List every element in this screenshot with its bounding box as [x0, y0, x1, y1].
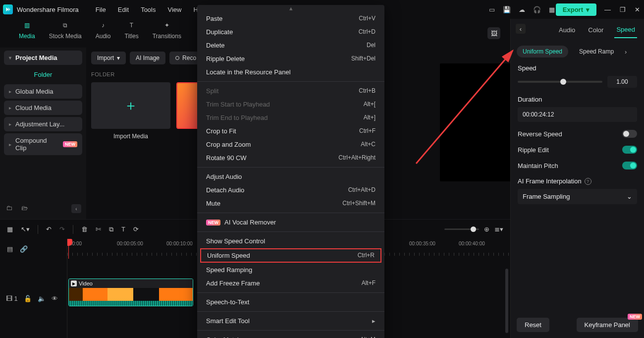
ctx-mute[interactable]: MuteCtrl+Shift+M	[197, 197, 384, 210]
subtab-uniform-speed[interactable]: Uniform Speed	[517, 46, 568, 57]
ctx-crop-and-zoom[interactable]: Crop and ZoomAlt+C	[197, 138, 384, 151]
ctx-ripple-delete[interactable]: Ripple DeleteShift+Del	[197, 52, 384, 65]
sidebar-collapse-button[interactable]: ‹	[71, 204, 81, 213]
ctx-smart-edit-tool[interactable]: Smart Edit Tool▸	[197, 314, 384, 328]
ctx-locate-in-the-resource-panel[interactable]: Locate in the Resource Panel	[197, 65, 384, 79]
sidebar-item-compound-clip[interactable]: ▸ Compound Clip NEW	[4, 133, 82, 155]
apps-icon[interactable]: ▦	[549, 6, 555, 13]
ctx-speed-ramping[interactable]: Speed Ramping	[197, 263, 384, 277]
inspector-tab-audio[interactable]: Audio	[557, 22, 577, 38]
menu-file[interactable]: File	[91, 4, 111, 15]
ai-image-button[interactable]: AI Image	[130, 52, 165, 64]
crop-icon[interactable]: ⧉	[109, 225, 113, 233]
subtab-speed-ramp[interactable]: Speed Ramp	[573, 46, 620, 57]
ctx-add-freeze-frame[interactable]: Add Freeze FrameAlt+F	[197, 277, 384, 290]
new-bin-icon[interactable]: 🗁	[21, 204, 28, 212]
maximize-button[interactable]: ❐	[620, 6, 626, 13]
ctx-uniform-speed[interactable]: Uniform SpeedCtrl+R	[200, 248, 381, 263]
mute-icon[interactable]: 🔈	[38, 295, 46, 302]
timeline-vertical-scrollbar[interactable]	[505, 269, 508, 333]
playhead[interactable]	[68, 239, 69, 259]
undo-icon[interactable]: ↶	[46, 225, 52, 233]
reverse-speed-label: Reverse Speed	[518, 130, 562, 138]
ctx-crop-to-fit[interactable]: Crop to FitCtrl+F	[197, 124, 384, 138]
ctx-delete[interactable]: DeleteDel	[197, 39, 384, 52]
ctx-adjust-audio[interactable]: Adjust Audio	[197, 170, 384, 183]
chevron-down-icon: ▾	[9, 55, 11, 60]
ctx-detach-audio[interactable]: Detach AudioCtrl+Alt+D	[197, 183, 384, 197]
menu-view[interactable]: View	[162, 4, 186, 15]
sidebar-item-global-media[interactable]: ▸ Global Media	[4, 84, 82, 99]
sidebar-project-media[interactable]: ▾ Project Media	[4, 51, 82, 65]
tab-stock-media[interactable]: ⧉ Stock Media	[49, 20, 82, 40]
speed-slider[interactable]	[518, 81, 602, 83]
new-badge: NEW	[63, 141, 77, 147]
headset-icon[interactable]: 🎧	[533, 6, 541, 13]
chevron-down-icon: ▾	[117, 55, 120, 61]
ctx-speech-to-text[interactable]: Speech-to-Text	[197, 295, 384, 309]
zoom-slider[interactable]	[444, 228, 479, 230]
text-icon[interactable]: T	[121, 225, 125, 233]
visibility-icon[interactable]: 👁	[52, 295, 58, 302]
timeline-clip[interactable]: ▶Video	[68, 279, 193, 306]
new-badge: NEW	[206, 220, 220, 225]
ai-interpolation-select[interactable]: Frame Sampling ⌄	[518, 189, 637, 204]
ctx-separator	[197, 213, 384, 213]
timeline-settings-icon[interactable]: ▤	[7, 245, 13, 253]
sidebar-folder[interactable]: Folder	[4, 67, 82, 82]
image-view-toggle[interactable]: 🖼	[487, 27, 500, 39]
auto-reconform-icon[interactable]: ▦	[7, 225, 13, 233]
sidebar-item-adjustment-layer[interactable]: ▸ Adjustment Lay...	[4, 117, 82, 131]
ctx-duplicate[interactable]: DuplicateCtrl+D	[197, 25, 384, 39]
link-icon[interactable]: 🔗	[20, 245, 28, 253]
ctx-paste[interactable]: PasteCtrl+V	[197, 12, 384, 25]
help-icon[interactable]: ?	[585, 178, 591, 185]
menu-tools[interactable]: Tools	[136, 4, 161, 15]
maintain-pitch-toggle[interactable]	[622, 162, 637, 169]
cloud-download-icon[interactable]: ☁	[519, 6, 525, 13]
video-track-header[interactable]: 🎞 1 🔓 🔈 👁	[0, 259, 67, 338]
ripple-edit-toggle[interactable]	[622, 146, 637, 154]
delete-icon[interactable]: 🗑	[81, 225, 88, 233]
keyframe-panel-button[interactable]: Keyframe Panel NEW	[577, 318, 639, 332]
reset-button[interactable]: Reset	[517, 318, 549, 332]
ctx-color-match[interactable]: Color MatchAlt+M	[197, 333, 384, 338]
import-media-card[interactable]: ＋ Import Media	[91, 82, 170, 140]
sidebar-item-cloud-media[interactable]: ▸ Cloud Media	[4, 101, 82, 115]
duration-field[interactable]: 00:00:24:12	[518, 107, 637, 122]
ctx-ai-vocal-remover[interactable]: NEWAI Vocal Remover	[197, 216, 384, 229]
minimize-button[interactable]: —	[604, 6, 611, 13]
import-button[interactable]: Import ▾	[91, 52, 126, 64]
export-button[interactable]: Export ▾	[556, 3, 596, 16]
save-icon[interactable]: 💾	[503, 6, 511, 13]
tab-transitions[interactable]: ✦ Transitions	[153, 20, 181, 40]
inspector-tab-color[interactable]: Color	[586, 22, 605, 38]
inspector-tab-speed[interactable]: Speed	[614, 22, 637, 38]
tab-titles[interactable]: T Titles	[124, 20, 138, 40]
speed-value[interactable]: 1.00	[607, 76, 637, 88]
ctx-rotate-90-cw[interactable]: Rotate 90 CWCtrl+Alt+Right	[197, 151, 384, 165]
duration-label: Duration	[518, 96, 637, 103]
tab-media[interactable]: ▥ Media	[19, 20, 35, 40]
track-view-icon[interactable]: ≣▾	[494, 225, 503, 233]
film-icon: 🎞 1	[6, 295, 18, 302]
split-icon[interactable]: ✄	[96, 225, 101, 233]
redo-icon[interactable]: ↷	[59, 225, 65, 233]
clip-thumbnails	[69, 288, 193, 301]
context-menu-scroll-up[interactable]: ▴	[197, 7, 384, 12]
menu-edit[interactable]: Edit	[113, 4, 134, 15]
ai-interpolation-label: AI Frame Interpolation	[518, 177, 582, 185]
selection-tool-icon[interactable]: ↖▾	[21, 225, 30, 233]
zoom-in-icon[interactable]: ⊕	[484, 225, 489, 233]
tab-audio[interactable]: ♪ Audio	[96, 20, 111, 40]
inspector-back-button[interactable]: ‹	[516, 24, 526, 34]
lock-icon[interactable]: 🔓	[24, 295, 32, 302]
new-folder-icon[interactable]: 🗀	[6, 204, 12, 212]
monitor-icon[interactable]: ▭	[489, 6, 495, 13]
ctx-show-speed-control[interactable]: Show Speed Control	[197, 234, 384, 248]
tab-label: Titles	[124, 33, 138, 40]
reverse-speed-toggle[interactable]	[622, 130, 637, 138]
close-button[interactable]: ✕	[635, 6, 640, 13]
speed-icon[interactable]: ⟳	[133, 225, 139, 233]
chevron-right-icon[interactable]: ›	[625, 48, 627, 56]
